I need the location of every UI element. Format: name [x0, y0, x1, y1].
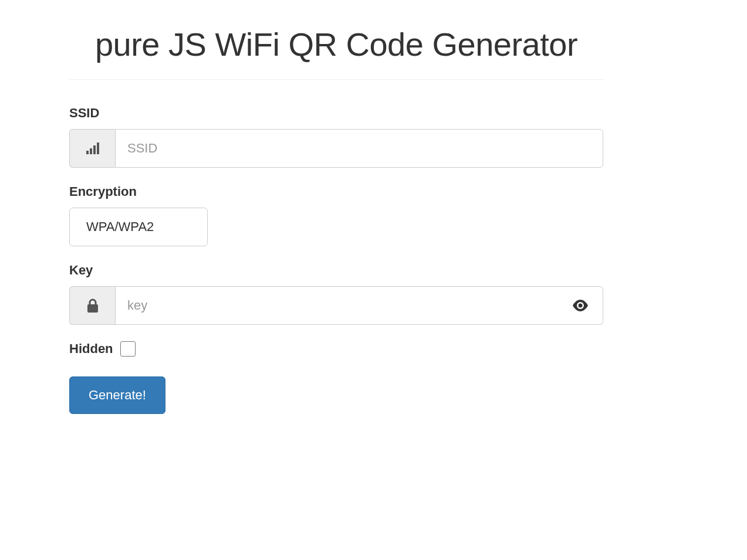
toggle-visibility-button[interactable] [557, 286, 603, 325]
divider [69, 79, 603, 80]
svg-rect-1 [90, 148, 92, 154]
hidden-group: Hidden [69, 341, 603, 357]
ssid-input[interactable] [115, 129, 603, 168]
lock-icon [69, 286, 115, 325]
key-label: Key [69, 263, 603, 278]
key-input[interactable] [115, 286, 557, 325]
svg-rect-3 [97, 142, 99, 154]
svg-rect-2 [93, 145, 96, 154]
ssid-input-group [69, 129, 603, 168]
key-group: Key [69, 263, 603, 325]
hidden-checkbox[interactable] [120, 341, 136, 357]
generate-button[interactable]: Generate! [69, 376, 165, 414]
page-title: pure JS WiFi QR Code Generator [69, 23, 603, 66]
svg-rect-0 [86, 151, 89, 154]
encryption-select[interactable]: WPA/WPA2 [69, 208, 208, 246]
encryption-label: Encryption [69, 184, 603, 199]
svg-rect-4 [87, 304, 98, 313]
encryption-group: Encryption WPA/WPA2 [69, 184, 603, 246]
svg-point-6 [578, 303, 582, 307]
hidden-label: Hidden [69, 341, 113, 357]
ssid-group: SSID [69, 106, 603, 168]
key-input-group [69, 286, 603, 325]
ssid-label: SSID [69, 106, 603, 121]
signal-icon [69, 129, 115, 168]
eye-icon [572, 300, 589, 311]
